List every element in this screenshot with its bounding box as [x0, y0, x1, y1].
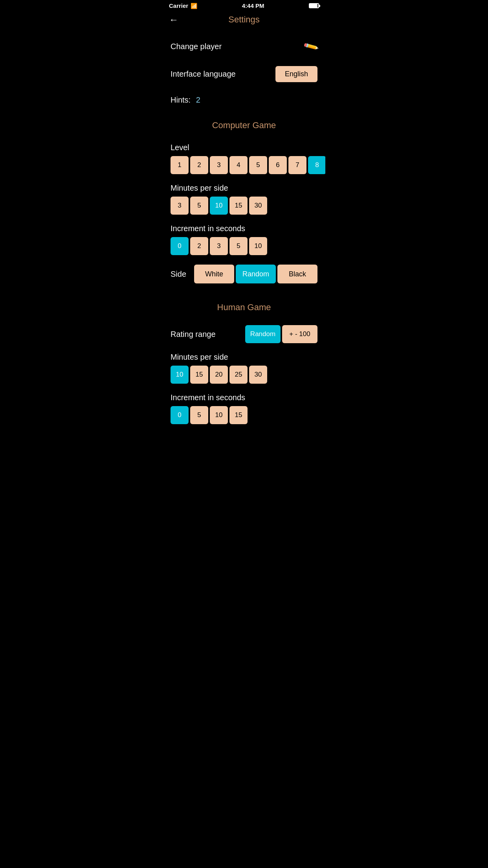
language-button[interactable]: English — [275, 66, 317, 82]
side-option-white[interactable]: White — [194, 265, 234, 283]
battery-icon — [309, 3, 319, 8]
cg-level-option-8[interactable]: 8 — [308, 156, 325, 174]
hg-minutes-option-20[interactable]: 20 — [210, 366, 228, 384]
page-title: Settings — [228, 15, 260, 25]
hg-minutes-option-30[interactable]: 30 — [249, 366, 267, 384]
level-label: Level — [171, 143, 189, 152]
side-row: Side WhiteRandomBlack — [171, 260, 317, 288]
interface-language-label: Interface language — [171, 70, 236, 79]
hg-increment-btn-group: 051015 — [171, 406, 248, 424]
hg-increment-option-10[interactable]: 10 — [210, 406, 228, 424]
cg-level-option-6[interactable]: 6 — [269, 156, 287, 174]
cg-level-option-5[interactable]: 5 — [249, 156, 267, 174]
cg-level-option-7[interactable]: 7 — [288, 156, 306, 174]
change-player-row: Change player ✏️ — [171, 33, 317, 59]
interface-language-row: Interface language English — [171, 59, 317, 89]
hg-minutes-btn-group: 1015202530 — [171, 366, 267, 384]
cg-increment-option-3[interactable]: 3 — [210, 237, 228, 255]
hg-increment-option-15[interactable]: 15 — [229, 406, 248, 424]
hints-row: Hints: 2 — [171, 89, 317, 114]
cg-minutes-option-5[interactable]: 5 — [190, 197, 208, 215]
rating-range-btn-group: Random+ - 100 — [245, 325, 317, 343]
rating-option-random[interactable]: Random — [245, 325, 281, 343]
hg-increment-row: Increment in seconds 051015 — [171, 388, 317, 429]
hg-minutes-option-25[interactable]: 25 — [229, 366, 248, 384]
cg-level-option-1[interactable]: 1 — [171, 156, 189, 174]
cg-minutes-btn-group: 35101530 — [171, 197, 267, 215]
hints-label: Hints: 2 — [171, 96, 200, 104]
hg-minutes-option-15[interactable]: 15 — [190, 366, 208, 384]
rating-range-label: Rating range — [171, 330, 216, 339]
cg-minutes-option-30[interactable]: 30 — [249, 197, 267, 215]
side-label: Side — [171, 270, 186, 279]
change-player-label: Change player — [171, 42, 222, 51]
level-row: Level 12345678 — [171, 138, 317, 179]
cg-increment-option-10[interactable]: 10 — [249, 237, 267, 255]
hg-increment-option-5[interactable]: 5 — [190, 406, 208, 424]
side-btn-group: WhiteRandomBlack — [194, 265, 317, 283]
cg-level-option-3[interactable]: 3 — [210, 156, 228, 174]
hg-minutes-label: Minutes per side — [171, 353, 228, 362]
level-btn-group: 12345678 — [171, 156, 325, 174]
hg-increment-label: Increment in seconds — [171, 393, 245, 402]
cg-minutes-option-3[interactable]: 3 — [171, 197, 189, 215]
pencil-icon[interactable]: ✏️ — [303, 38, 319, 55]
cg-level-option-4[interactable]: 4 — [229, 156, 248, 174]
side-option-random[interactable]: Random — [236, 265, 276, 283]
cg-increment-label: Increment in seconds — [171, 224, 245, 233]
cg-increment-option-0[interactable]: 0 — [171, 237, 189, 255]
hints-value: 2 — [196, 96, 200, 104]
carrier-label: Carrier — [169, 2, 188, 9]
cg-increment-option-5[interactable]: 5 — [229, 237, 248, 255]
cg-minutes-row: Minutes per side 35101530 — [171, 179, 317, 219]
time-label: 4:44 PM — [242, 2, 264, 9]
rating-range-row: Rating range Random+ - 100 — [171, 320, 317, 348]
cg-level-option-2[interactable]: 2 — [190, 156, 208, 174]
computer-game-title: Computer Game — [171, 114, 317, 138]
cg-increment-row: Increment in seconds 023510 — [171, 219, 317, 260]
cg-minutes-option-10[interactable]: 10 — [210, 197, 228, 215]
cg-increment-option-2[interactable]: 2 — [190, 237, 208, 255]
hg-increment-option-0[interactable]: 0 — [171, 406, 189, 424]
hg-minutes-option-10[interactable]: 10 — [171, 366, 189, 384]
cg-increment-btn-group: 023510 — [171, 237, 267, 255]
content: Change player ✏️ Interface language Engl… — [163, 33, 325, 429]
wifi-icon: 📶 — [191, 3, 197, 9]
cg-minutes-label: Minutes per side — [171, 184, 228, 193]
hg-minutes-row: Minutes per side 1015202530 — [171, 348, 317, 388]
back-button[interactable]: ← — [169, 14, 178, 25]
status-bar: Carrier 📶 4:44 PM — [163, 0, 325, 11]
header: ← Settings — [163, 11, 325, 33]
side-option-black[interactable]: Black — [277, 265, 317, 283]
cg-minutes-option-15[interactable]: 15 — [229, 197, 248, 215]
rating-option-100[interactable]: + - 100 — [282, 325, 317, 343]
human-game-title: Human Game — [171, 296, 317, 320]
